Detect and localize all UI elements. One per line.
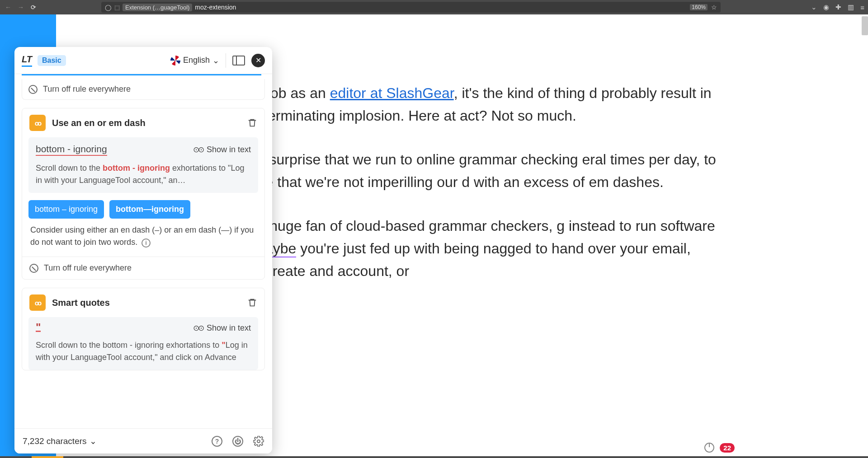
- show-in-text-button[interactable]: ⊙⊙ Show in text: [193, 145, 251, 154]
- show-in-text-label: Show in text: [207, 323, 251, 333]
- toolbar-right: ⌄ ◉ ✚ ▥ ≡: [811, 3, 864, 11]
- suggestions-row: bottom – ignoring bottom—ignoring: [22, 193, 264, 222]
- dismiss-icon[interactable]: [247, 117, 257, 128]
- show-in-text-button[interactable]: ⊙⊙ Show in text: [193, 323, 251, 333]
- lt-footer: 7,232 characters ⌄ ? ⏻: [14, 428, 272, 453]
- help-icon[interactable]: ?: [212, 436, 222, 447]
- turn-off-rule-button[interactable]: Turn off rule everywhere: [22, 79, 265, 100]
- suggestion-button[interactable]: bottom – ignoring: [28, 200, 104, 219]
- article-text: [296, 240, 300, 257]
- nav-controls: ← → ⟳: [4, 3, 38, 12]
- shield-icon: ◯: [105, 4, 112, 11]
- lt-results-list[interactable]: Turn off rule everywhere oo Use an en or…: [14, 75, 272, 428]
- ban-icon: [29, 264, 38, 273]
- plan-badge[interactable]: Basic: [38, 55, 66, 66]
- flag-uk-icon: [170, 56, 180, 65]
- context-highlight: ": [222, 341, 226, 350]
- inline-status: 22: [704, 443, 735, 453]
- separator: [226, 53, 226, 68]
- article-paragraph: uld be no surprise that we run to online…: [206, 149, 721, 193]
- turn-off-label: Turn off rule everywhere: [43, 84, 131, 94]
- rule-description: Consider using either an en dash (–) or …: [22, 222, 264, 257]
- binoculars-icon: ⊙⊙: [193, 145, 203, 154]
- pocket-icon[interactable]: ⌄: [811, 3, 817, 11]
- power-icon[interactable]: ⏻: [232, 436, 243, 447]
- binoculars-icon: ⊙⊙: [193, 323, 203, 333]
- error-snippet: bottom - ignoring: [36, 144, 107, 156]
- zoom-level[interactable]: 160%: [690, 4, 708, 10]
- article-link-slashgear[interactable]: editor at SlashGear: [330, 85, 454, 101]
- rule-category-badge: oo: [29, 115, 46, 131]
- issue-card-smart-quotes: oo Smart quotes " ⊙⊙ Show in text: [22, 288, 265, 370]
- card-header: oo Use an en or em dash: [22, 108, 264, 137]
- power-toggle-icon[interactable]: [704, 443, 714, 453]
- rule-title: Use an en or em dash: [52, 118, 146, 128]
- url-text: moz-extension: [195, 4, 236, 11]
- bottom-strip: [0, 456, 868, 458]
- context-sentence: Scroll down to the bottom - ignoring exh…: [36, 339, 251, 364]
- dismiss-icon[interactable]: [247, 297, 257, 308]
- context-text: Scroll down to the: [36, 164, 103, 173]
- error-snippet: ": [36, 324, 41, 332]
- card-header: oo Smart quotes: [22, 288, 264, 317]
- page-content: iter's day job as an editor at SlashGear…: [0, 14, 868, 458]
- sidebar-toggle-icon[interactable]: [232, 56, 245, 65]
- ban-icon: [28, 85, 38, 94]
- language-label: English: [183, 56, 210, 65]
- forward-button[interactable]: →: [16, 3, 25, 12]
- library-icon[interactable]: ▥: [848, 3, 854, 11]
- extension-icon: ⬚: [114, 4, 120, 11]
- article-paragraph: u're not a huge fan of cloud-based gramm…: [206, 215, 721, 282]
- vertical-scrollbar[interactable]: [862, 16, 868, 35]
- browser-toolbar: ← → ⟳ ◯ ⬚ Extension (…guageTool) moz-ext…: [0, 0, 868, 14]
- bookmark-star-icon[interactable]: ☆: [711, 4, 717, 11]
- context-box: bottom - ignoring ⊙⊙ Show in text Scroll…: [28, 137, 258, 193]
- settings-icon[interactable]: [253, 436, 264, 447]
- article-paragraph: iter's day job as an editor at SlashGear…: [206, 82, 721, 127]
- character-count-text: 7,232 characters: [23, 436, 87, 446]
- suggestion-button[interactable]: bottom—ignoring: [109, 200, 190, 219]
- close-button[interactable]: ✕: [251, 54, 265, 67]
- article-body: iter's day job as an editor at SlashGear…: [206, 82, 721, 304]
- lt-logo: LT: [22, 54, 32, 67]
- lt-header: LT Basic English ⌄ ✕: [14, 47, 272, 74]
- chevron-down-icon: ⌄: [90, 436, 97, 446]
- loading-indicator: [32, 456, 63, 458]
- extension-chip: Extension (…guageTool): [123, 4, 192, 11]
- languagetool-panel: LT Basic English ⌄ ✕ Turn off rule every…: [14, 47, 272, 453]
- address-bar[interactable]: ◯ ⬚ Extension (…guageTool) moz-extension…: [101, 2, 721, 13]
- issue-card-dash: oo Use an en or em dash bottom - ignorin…: [22, 108, 265, 280]
- extensions-icon[interactable]: ✚: [835, 3, 841, 11]
- turn-off-rule-button[interactable]: Turn off rule everywhere: [22, 257, 264, 279]
- issue-count-badge[interactable]: 22: [720, 443, 735, 453]
- context-text: Scroll down to the bottom - ignoring exh…: [36, 341, 222, 350]
- context-box: " ⊙⊙ Show in text Scroll down to the bot…: [28, 317, 258, 370]
- back-button[interactable]: ←: [4, 3, 13, 12]
- info-icon[interactable]: i: [142, 238, 151, 248]
- show-in-text-label: Show in text: [207, 145, 251, 154]
- reload-button[interactable]: ⟳: [29, 3, 38, 12]
- turn-off-label: Turn off rule everywhere: [44, 263, 132, 273]
- account-icon[interactable]: ◉: [823, 3, 829, 11]
- rule-category-badge: oo: [29, 294, 46, 311]
- svg-point-0: [257, 440, 260, 443]
- language-selector[interactable]: English ⌄: [170, 56, 219, 65]
- menu-icon[interactable]: ≡: [860, 4, 864, 11]
- character-count[interactable]: 7,232 characters ⌄: [23, 436, 97, 446]
- context-highlight: bottom - ignoring: [103, 164, 170, 173]
- chevron-down-icon: ⌄: [212, 56, 219, 65]
- context-sentence: Scroll down to the bottom - ignoring exh…: [36, 162, 251, 187]
- rule-title: Smart quotes: [52, 298, 110, 308]
